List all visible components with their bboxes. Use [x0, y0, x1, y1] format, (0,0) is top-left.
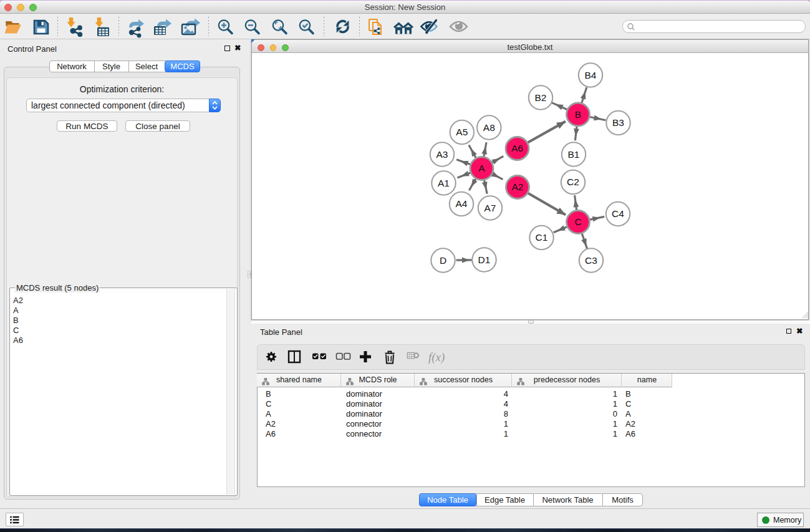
svg-text:A3: A3 [436, 149, 448, 160]
svg-text:B: B [575, 109, 581, 120]
svg-text:A1: A1 [438, 178, 450, 188]
svg-text:B1: B1 [568, 149, 580, 160]
svg-text:f(x): f(x) [428, 351, 445, 364]
svg-text:A5: A5 [456, 127, 468, 137]
svg-text:A7: A7 [485, 203, 496, 213]
svg-text:C: C [574, 216, 581, 227]
svg-text:C4: C4 [612, 208, 624, 219]
svg-text:B3: B3 [612, 117, 624, 128]
svg-text:C1: C1 [536, 232, 548, 243]
svg-text:A6: A6 [511, 143, 523, 153]
svg-text:A: A [478, 163, 485, 173]
svg-text:D: D [440, 255, 446, 266]
svg-text:C3: C3 [585, 255, 597, 266]
svg-text:C2: C2 [567, 177, 579, 187]
svg-text:A8: A8 [483, 122, 495, 133]
svg-text:A4: A4 [456, 198, 468, 209]
svg-text:D1: D1 [478, 254, 491, 265]
svg-text:A2: A2 [512, 181, 524, 192]
svg-text:B4: B4 [585, 70, 597, 80]
svg-text:B2: B2 [535, 92, 547, 103]
